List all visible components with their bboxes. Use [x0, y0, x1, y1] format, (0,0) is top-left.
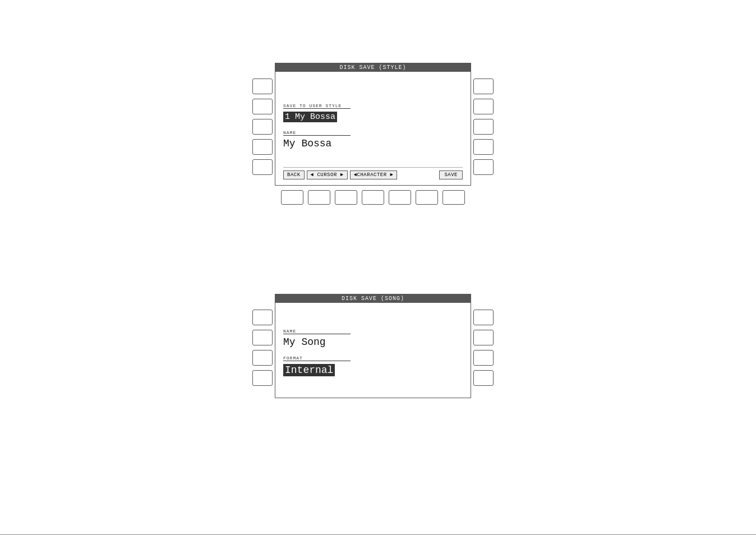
left-btn-2-style[interactable] [252, 99, 273, 114]
left-btn-1-style[interactable] [252, 79, 273, 94]
style-panel-body: SAVE TO USER STYLE 1 My Bossa NAME My Bo… [275, 72, 471, 185]
song-panel-title: DISK SAVE (SONG) [275, 294, 471, 303]
style-bottom-buttons-row [275, 190, 471, 205]
name-label-song: NAME [283, 329, 351, 334]
left-btn-3-song[interactable] [252, 350, 273, 366]
back-button-style[interactable]: BACK [283, 170, 305, 179]
left-btn-4-style[interactable] [252, 139, 273, 155]
name-label-style: NAME [283, 130, 351, 136]
style-bottom-btn-1[interactable] [281, 190, 303, 205]
right-btn-3-song[interactable] [473, 350, 494, 366]
name-section-style: NAME My Bossa [283, 127, 463, 149]
format-value-song[interactable]: Internal [283, 364, 463, 376]
style-bottom-btn-6[interactable] [416, 190, 438, 205]
left-btn-3-style[interactable] [252, 119, 273, 135]
disk-save-style-container: DISK SAVE (STYLE) SAVE TO USER STYLE 1 M… [252, 63, 494, 205]
right-btn-2-style[interactable] [473, 99, 494, 114]
song-panel-body: NAME My Song FORMAT Internal [275, 303, 471, 398]
name-value-song[interactable]: My Song [283, 336, 463, 348]
song-panel: DISK SAVE (SONG) NAME My Song FORMAT Int… [275, 294, 471, 398]
style-top-space [283, 77, 463, 100]
character-button-style[interactable]: ◄CHARACTER ► [350, 170, 398, 179]
style-toolbar: BACK ◄ CURSOR ► ◄CHARACTER ► SAVE [283, 167, 463, 179]
style-bottom-space [283, 154, 463, 163]
right-btn-2-song[interactable] [473, 330, 494, 345]
save-to-user-style-value[interactable]: 1 My Bossa [283, 112, 463, 122]
name-section-song: NAME My Song [283, 325, 463, 348]
right-btn-1-song[interactable] [473, 310, 494, 325]
left-btn-4-song[interactable] [252, 370, 273, 386]
cursor-button-style[interactable]: ◄ CURSOR ► [307, 170, 348, 179]
left-buttons-song [252, 294, 273, 386]
right-btn-5-style[interactable] [473, 159, 494, 175]
save-to-user-style-label: SAVE TO USER STYLE [283, 103, 351, 109]
song-panel-box: DISK SAVE (SONG) NAME My Song FORMAT Int… [275, 294, 471, 398]
left-btn-5-style[interactable] [252, 159, 273, 175]
right-buttons-song [473, 294, 494, 386]
style-panel: DISK SAVE (STYLE) SAVE TO USER STYLE 1 M… [275, 63, 471, 205]
style-panel-title: DISK SAVE (STYLE) [275, 63, 471, 72]
style-bottom-btn-2[interactable] [308, 190, 330, 205]
style-bottom-btn-5[interactable] [389, 190, 411, 205]
right-btn-1-style[interactable] [473, 79, 494, 94]
left-btn-2-song[interactable] [252, 330, 273, 345]
right-btn-4-song[interactable] [473, 370, 494, 386]
left-btn-1-song[interactable] [252, 310, 273, 325]
style-bottom-btn-4[interactable] [362, 190, 384, 205]
right-buttons-style [473, 63, 494, 175]
style-bottom-btn-3[interactable] [335, 190, 357, 205]
style-panel-box: DISK SAVE (STYLE) SAVE TO USER STYLE 1 M… [275, 63, 471, 186]
song-top-space [283, 308, 463, 325]
style-bottom-btn-7[interactable] [442, 190, 465, 205]
song-bottom-space [283, 381, 463, 392]
save-button-style[interactable]: SAVE [439, 170, 463, 179]
format-label-song: FORMAT [283, 356, 351, 361]
name-value-style[interactable]: My Bossa [283, 138, 463, 149]
right-btn-3-style[interactable] [473, 119, 494, 135]
save-to-user-style-section: SAVE TO USER STYLE 1 My Bossa [283, 100, 463, 122]
left-buttons-style [252, 63, 273, 175]
disk-save-song-container: DISK SAVE (SONG) NAME My Song FORMAT Int… [252, 294, 494, 398]
format-section-song: FORMAT Internal [283, 352, 463, 376]
right-btn-4-style[interactable] [473, 139, 494, 155]
